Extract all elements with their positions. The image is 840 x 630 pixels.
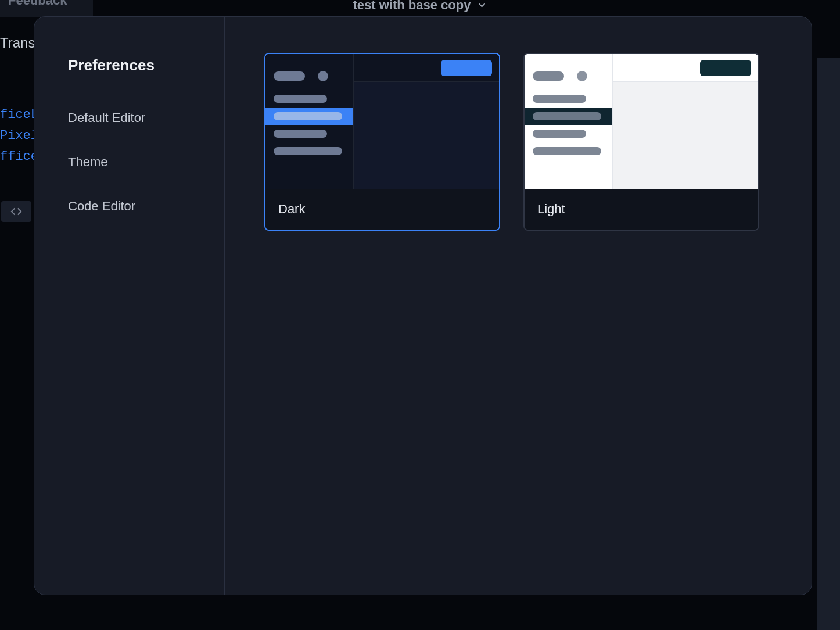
preview-pill <box>274 95 327 103</box>
preview-pill <box>533 71 564 81</box>
theme-card-light[interactable]: Light <box>523 53 759 231</box>
background-code-snippet: ficeL Pixel ffice <box>0 105 38 167</box>
background-right-panel <box>817 58 840 630</box>
preview-avatar-dot <box>318 71 328 81</box>
preview-sidebar <box>525 54 613 189</box>
nav-item-default-editor[interactable]: Default Editor <box>68 110 224 126</box>
preview-toolbar <box>613 54 758 82</box>
preview-row <box>525 90 612 108</box>
preview-pill <box>533 147 601 155</box>
preview-toolbar <box>354 54 499 82</box>
preview-pill <box>533 112 601 120</box>
preview-sidebar-header <box>525 62 612 90</box>
theme-card-dark[interactable]: Dark <box>264 53 500 231</box>
preferences-content: Dark <box>225 17 812 595</box>
preview-avatar-dot <box>577 71 587 81</box>
preferences-sidebar: Preferences Default Editor Theme Code Ed… <box>34 17 225 595</box>
preview-row <box>525 125 612 142</box>
preview-main <box>354 54 499 189</box>
theme-label-light: Light <box>525 189 758 230</box>
preview-pill <box>274 130 327 138</box>
preview-main <box>613 54 758 189</box>
preferences-modal: Preferences Default Editor Theme Code Ed… <box>34 16 812 595</box>
nav-item-theme[interactable]: Theme <box>68 155 224 170</box>
code-brackets-icon <box>10 205 23 218</box>
preview-row-active <box>265 108 353 125</box>
preview-pill <box>533 95 586 103</box>
preview-pill <box>274 112 342 120</box>
preview-pill <box>274 71 305 81</box>
preview-sidebar <box>265 54 354 189</box>
preview-row <box>525 142 612 160</box>
theme-label-dark: Dark <box>265 189 499 230</box>
theme-preview-dark <box>265 54 499 189</box>
background-tab-feedback: Feedback <box>0 0 93 17</box>
preview-row <box>265 90 353 108</box>
nav-item-code-editor[interactable]: Code Editor <box>68 199 224 214</box>
chevron-down-icon <box>476 0 487 10</box>
preview-row <box>265 125 353 142</box>
theme-preview-light <box>525 54 758 189</box>
preview-pill <box>274 147 342 155</box>
background-side-text: Trans <box>0 35 35 51</box>
preview-row <box>265 142 353 160</box>
background-code-icon <box>1 201 31 222</box>
preview-content-area <box>354 82 499 189</box>
preview-row-active <box>525 108 612 125</box>
preview-pill <box>533 130 586 138</box>
preview-button <box>441 60 492 76</box>
background-dropdown-label: test with base copy <box>353 0 471 13</box>
preview-sidebar-header <box>265 62 353 90</box>
preferences-title: Preferences <box>68 56 224 74</box>
background-dropdown: test with base copy <box>353 0 487 13</box>
preview-content-area <box>613 82 758 189</box>
preview-button <box>700 60 751 76</box>
